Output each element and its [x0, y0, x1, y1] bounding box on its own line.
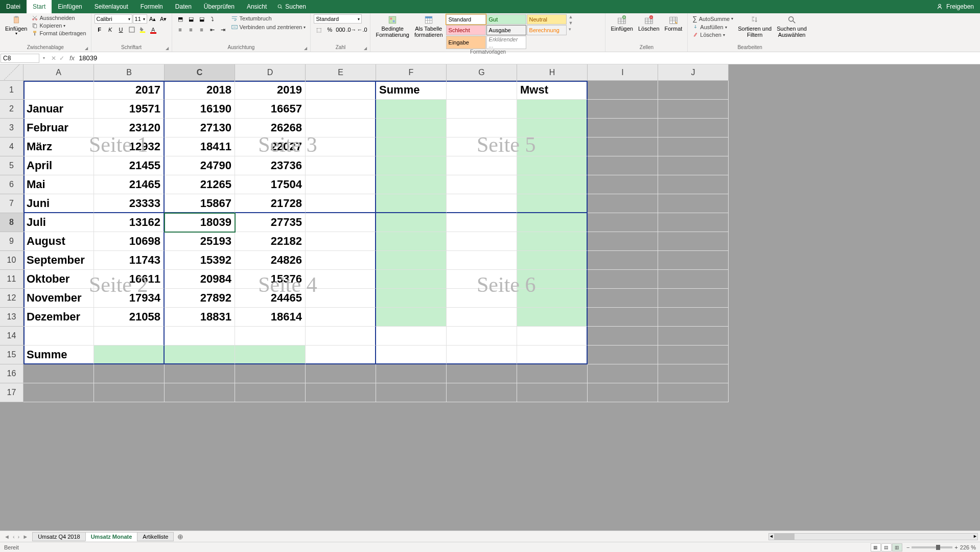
- cell-I1[interactable]: [588, 81, 658, 100]
- cell-C13[interactable]: 18831: [165, 308, 235, 327]
- cell-F2[interactable]: [376, 100, 447, 119]
- format-as-table-button[interactable]: Als Tabelle formatieren: [412, 14, 445, 39]
- find-select-button[interactable]: Suchen und Auswählen: [775, 14, 809, 39]
- column-header[interactable]: D: [235, 64, 306, 81]
- cell-A7[interactable]: Juni: [24, 194, 94, 213]
- cell-J11[interactable]: [658, 270, 729, 289]
- cell-G4[interactable]: [447, 137, 517, 156]
- new-sheet-button[interactable]: ⊕: [173, 533, 188, 541]
- cell-F10[interactable]: [376, 251, 447, 270]
- cell-G17[interactable]: [447, 383, 517, 402]
- sheet-tab[interactable]: Umsatz Q4 2018: [32, 532, 86, 541]
- cell-B11[interactable]: 16611: [94, 270, 165, 289]
- align-top-icon[interactable]: ⬒: [175, 14, 185, 24]
- cell-I16[interactable]: [588, 364, 658, 383]
- cell-I11[interactable]: [588, 270, 658, 289]
- cell-A11[interactable]: Oktober: [24, 270, 94, 289]
- row-header[interactable]: 3: [0, 119, 24, 137]
- column-header[interactable]: J: [658, 64, 729, 81]
- cell-J4[interactable]: [658, 137, 729, 156]
- cell-H9[interactable]: [517, 232, 588, 251]
- decrease-font-icon[interactable]: A▾: [158, 14, 169, 24]
- cell-H13[interactable]: [517, 308, 588, 327]
- cell-J16[interactable]: [658, 364, 729, 383]
- row-header[interactable]: 9: [0, 232, 24, 251]
- cell-E1[interactable]: [306, 81, 376, 100]
- align-bottom-icon[interactable]: ⬓: [197, 14, 207, 24]
- select-all-corner[interactable]: [0, 64, 24, 81]
- column-header[interactable]: G: [447, 64, 517, 81]
- cell-D12[interactable]: 24465: [235, 289, 306, 308]
- align-center-icon[interactable]: ≡: [186, 25, 196, 34]
- cell-G1[interactable]: [447, 81, 517, 100]
- cell-A6[interactable]: Mai: [24, 175, 94, 194]
- paste-button[interactable]: Einfügen▾: [3, 14, 29, 37]
- cell-D9[interactable]: 22182: [235, 232, 306, 251]
- cell-J15[interactable]: [658, 346, 729, 364]
- cell-C11[interactable]: 20984: [165, 270, 235, 289]
- cell-B8[interactable]: 13162: [94, 213, 165, 232]
- cut-button[interactable]: Ausschneiden: [30, 14, 87, 21]
- row-header[interactable]: 11: [0, 270, 24, 289]
- align-right-icon[interactable]: ≡: [197, 25, 207, 34]
- cell-H10[interactable]: [517, 251, 588, 270]
- tab-nav-first-icon[interactable]: ◄: [3, 534, 11, 540]
- cell-C3[interactable]: 27130: [165, 119, 235, 137]
- cell-I4[interactable]: [588, 137, 658, 156]
- cell-J5[interactable]: [658, 156, 729, 175]
- horizontal-scrollbar[interactable]: ◄►: [188, 533, 980, 540]
- decrease-decimal-icon[interactable]: ←.0: [357, 25, 367, 34]
- zoom-level[interactable]: 226 %: [960, 544, 976, 550]
- cell-D17[interactable]: [235, 383, 306, 402]
- cell-A14[interactable]: [24, 327, 94, 346]
- cell-D7[interactable]: 21728: [235, 194, 306, 213]
- cell-C2[interactable]: 16190: [165, 100, 235, 119]
- style-bad[interactable]: Schlecht: [446, 25, 486, 35]
- cell-J2[interactable]: [658, 100, 729, 119]
- cell-B5[interactable]: 21455: [94, 156, 165, 175]
- cell-C17[interactable]: [165, 383, 235, 402]
- cell-D3[interactable]: 26268: [235, 119, 306, 137]
- cell-G10[interactable]: [447, 251, 517, 270]
- cell-A3[interactable]: Februar: [24, 119, 94, 137]
- cell-I8[interactable]: [588, 213, 658, 232]
- font-size-combo[interactable]: 11▾: [133, 14, 147, 24]
- cell-G15[interactable]: [447, 346, 517, 364]
- cell-D15[interactable]: [235, 346, 306, 364]
- cell-G14[interactable]: [447, 327, 517, 346]
- cell-E10[interactable]: [306, 251, 376, 270]
- cell-B2[interactable]: 19571: [94, 100, 165, 119]
- cell-A15[interactable]: Summe: [24, 346, 94, 364]
- tab-überprüfen[interactable]: Überprüfen: [198, 0, 241, 13]
- cell-G7[interactable]: [447, 194, 517, 213]
- bold-button[interactable]: F: [95, 25, 105, 34]
- dialog-launcher-icon[interactable]: ◢: [166, 46, 171, 51]
- increase-font-icon[interactable]: A▴: [148, 14, 158, 24]
- cell-E13[interactable]: [306, 308, 376, 327]
- cell-C1[interactable]: 2018: [165, 81, 235, 100]
- cell-I2[interactable]: [588, 100, 658, 119]
- cell-H2[interactable]: [517, 100, 588, 119]
- cell-D5[interactable]: 23736: [235, 156, 306, 175]
- cell-D11[interactable]: 15376: [235, 270, 306, 289]
- cell-J12[interactable]: [658, 289, 729, 308]
- cell-B13[interactable]: 21058: [94, 308, 165, 327]
- cell-F4[interactable]: [376, 137, 447, 156]
- sheet-tab[interactable]: Artikelliste: [137, 532, 174, 541]
- fill-button[interactable]: Ausfüllen▾: [691, 24, 735, 31]
- row-header[interactable]: 1: [0, 81, 24, 100]
- cell-H16[interactable]: [517, 364, 588, 383]
- cell-I5[interactable]: [588, 156, 658, 175]
- cell-C6[interactable]: 21265: [165, 175, 235, 194]
- cell-G8[interactable]: [447, 213, 517, 232]
- cell-I12[interactable]: [588, 289, 658, 308]
- cell-D14[interactable]: [235, 327, 306, 346]
- comma-format-icon[interactable]: 000: [335, 25, 345, 34]
- cell-E3[interactable]: [306, 119, 376, 137]
- cell-D4[interactable]: 22027: [235, 137, 306, 156]
- cell-E4[interactable]: [306, 137, 376, 156]
- cell-A5[interactable]: April: [24, 156, 94, 175]
- cell-C16[interactable]: [165, 364, 235, 383]
- cell-J1[interactable]: [658, 81, 729, 100]
- fx-icon[interactable]: fx: [67, 54, 77, 62]
